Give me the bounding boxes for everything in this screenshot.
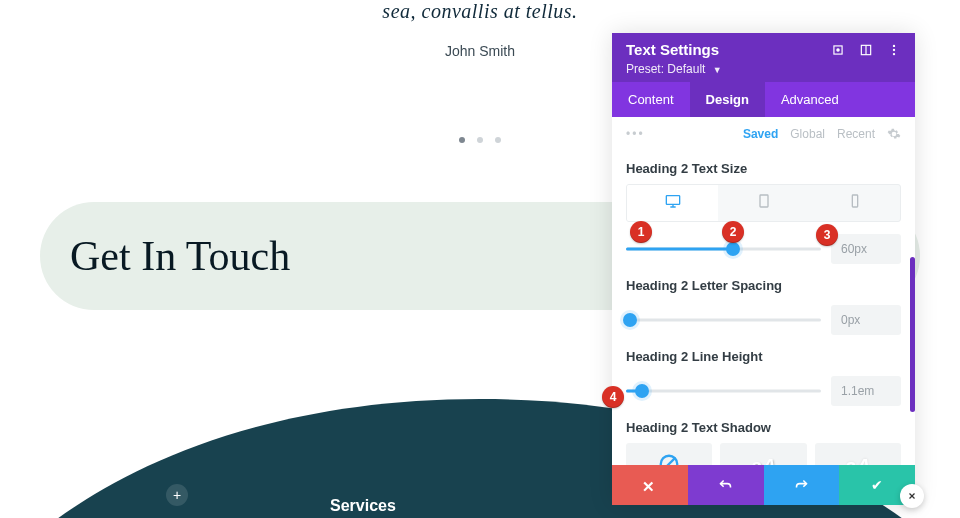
section-title-line-height: Heading 2 Line Height bbox=[626, 349, 901, 364]
text-shadow-options: aA aA bbox=[626, 443, 901, 465]
testimonial-quote: sea, convallis at tellus. bbox=[0, 0, 960, 23]
letter-spacing-value[interactable]: 0px bbox=[831, 305, 901, 335]
expand-icon bbox=[906, 490, 918, 502]
section-title-text-shadow: Heading 2 Text Shadow bbox=[626, 420, 901, 435]
letter-spacing-control: 0px bbox=[626, 305, 901, 335]
expand-handle[interactable] bbox=[900, 484, 924, 508]
section-title-letter-spacing: Heading 2 Letter Spacing bbox=[626, 278, 901, 293]
responsive-device-tabs bbox=[626, 184, 901, 222]
shadow-preset-1[interactable]: aA bbox=[720, 443, 806, 465]
shadow-sample: aA bbox=[751, 455, 777, 466]
panel-tabs: Content Design Advanced bbox=[612, 82, 915, 117]
panel-body: ••• Saved Global Recent Heading 2 Text S… bbox=[612, 117, 915, 465]
shadow-sample: aA bbox=[845, 455, 871, 466]
filter-recent[interactable]: Recent bbox=[837, 127, 875, 141]
svg-line-13 bbox=[663, 458, 676, 465]
svg-rect-11 bbox=[852, 195, 857, 207]
undo-button[interactable] bbox=[688, 465, 764, 505]
svg-point-5 bbox=[893, 48, 895, 50]
redo-button[interactable] bbox=[764, 465, 840, 505]
shadow-preset-2[interactable]: aA bbox=[815, 443, 901, 465]
tab-content[interactable]: Content bbox=[612, 82, 690, 117]
chevron-down-icon: ▼ bbox=[713, 65, 722, 75]
panel-footer bbox=[612, 465, 915, 505]
text-size-slider[interactable] bbox=[626, 241, 821, 257]
preset-label: Preset: bbox=[626, 62, 664, 76]
scrollbar[interactable] bbox=[910, 257, 915, 412]
none-icon bbox=[658, 453, 680, 465]
text-size-value[interactable]: 60px bbox=[831, 234, 901, 264]
undo-icon bbox=[718, 478, 733, 493]
shadow-none[interactable] bbox=[626, 443, 712, 465]
tab-design[interactable]: Design bbox=[690, 82, 765, 117]
carousel-dot[interactable] bbox=[477, 137, 483, 143]
line-height-value[interactable]: 1.1em bbox=[831, 376, 901, 406]
text-size-control: 60px bbox=[626, 234, 901, 264]
svg-point-4 bbox=[893, 44, 895, 46]
drag-handle-icon[interactable]: ••• bbox=[626, 127, 645, 141]
help-icon[interactable] bbox=[831, 43, 845, 57]
more-icon[interactable] bbox=[887, 43, 901, 57]
redo-icon bbox=[794, 478, 809, 493]
check-icon bbox=[871, 476, 883, 494]
filter-global[interactable]: Global bbox=[790, 127, 825, 141]
svg-point-1 bbox=[837, 48, 839, 50]
preset-filter-row: ••• Saved Global Recent bbox=[626, 117, 901, 147]
discard-button[interactable] bbox=[612, 465, 688, 505]
carousel-dot[interactable] bbox=[495, 137, 501, 143]
filter-saved[interactable]: Saved bbox=[743, 127, 778, 141]
svg-rect-7 bbox=[666, 196, 679, 205]
add-section-button[interactable]: + bbox=[166, 484, 188, 506]
close-icon bbox=[642, 478, 657, 493]
text-settings-panel: Text Settings Preset: Default ▼ Content … bbox=[612, 33, 915, 505]
device-tablet[interactable] bbox=[718, 185, 809, 221]
preset-selector[interactable]: Preset: Default ▼ bbox=[626, 62, 901, 76]
preset-value: Default bbox=[667, 62, 705, 76]
layout-icon[interactable] bbox=[859, 43, 873, 57]
carousel-dot[interactable] bbox=[459, 137, 465, 143]
svg-rect-10 bbox=[760, 195, 768, 207]
callout-1: 1 bbox=[630, 221, 652, 243]
device-phone[interactable] bbox=[809, 185, 900, 221]
panel-header: Text Settings Preset: Default ▼ bbox=[612, 33, 915, 82]
line-height-slider[interactable] bbox=[626, 383, 821, 399]
letter-spacing-slider[interactable] bbox=[626, 312, 821, 328]
svg-point-6 bbox=[893, 52, 895, 54]
line-height-control: 1.1em bbox=[626, 376, 901, 406]
panel-title: Text Settings bbox=[626, 41, 719, 58]
callout-2: 2 bbox=[722, 221, 744, 243]
callout-4: 4 bbox=[602, 386, 624, 408]
device-desktop[interactable] bbox=[627, 185, 718, 221]
tab-advanced[interactable]: Advanced bbox=[765, 82, 855, 117]
footer-col-services: Services bbox=[330, 497, 396, 515]
callout-3: 3 bbox=[816, 224, 838, 246]
section-title-text-size: Heading 2 Text Size bbox=[626, 161, 901, 176]
gear-icon[interactable] bbox=[887, 127, 901, 141]
